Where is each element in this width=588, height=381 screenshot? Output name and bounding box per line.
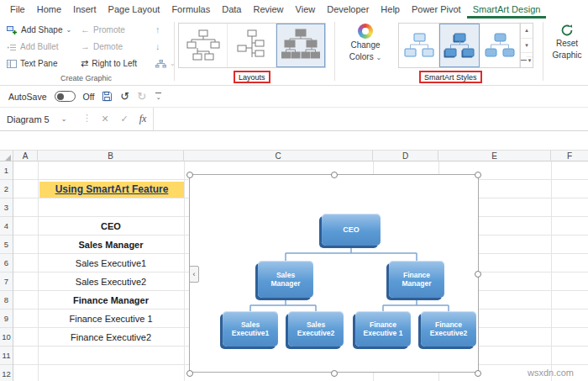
undo-button[interactable]: ↺ (120, 91, 129, 102)
tab-page-layout[interactable]: Page Layout (102, 0, 166, 19)
promote-button[interactable]: ← Promote (81, 23, 137, 37)
tab-file[interactable]: File (0, 0, 31, 19)
row-header-2[interactable]: 2 (0, 180, 13, 198)
gallery-scroll-arrows: ▴ ▾ ▾ (520, 24, 533, 67)
text-pane-button[interactable]: Text Pane (7, 56, 71, 71)
save-icon[interactable] (102, 91, 113, 102)
tab-developer[interactable]: Developer (321, 0, 375, 19)
row-header-3[interactable]: 3 (0, 198, 13, 217)
smartart-canvas[interactable]: CEO Sales Manager Finance Manager Sales … (189, 174, 479, 373)
cell-b10-finance-executive2[interactable]: Finance Executive2 (38, 328, 184, 347)
worksheet-title-cell[interactable]: Using SmartArt Feature (39, 182, 184, 198)
tab-formulas[interactable]: Formulas (165, 0, 216, 19)
node-finance-executive2[interactable]: Finance Executive2 (421, 311, 476, 347)
cell-b8-finance-manager[interactable]: Finance Manager (38, 291, 184, 310)
autosave-toggle[interactable] (55, 91, 76, 102)
customize-qat-button[interactable]: ⌄ (154, 93, 163, 100)
promote-label: Promote (93, 25, 125, 34)
tab-review[interactable]: Review (247, 0, 289, 19)
demote-icon: → (81, 42, 90, 51)
column-header-b[interactable]: B (38, 151, 184, 161)
row-header-9[interactable]: 9 (0, 310, 13, 328)
node-sales-executive1[interactable]: Sales Executive1 (223, 311, 278, 347)
add-shape-icon (7, 25, 18, 35)
add-shape-button[interactable]: Add Shape ⌄ (7, 23, 71, 37)
node-sales-executive2[interactable]: Sales Executive2 (288, 311, 344, 347)
column-header-f[interactable]: F (551, 151, 588, 161)
node-finance-manager[interactable]: Finance Manager (389, 261, 444, 298)
style-thumbnail-1[interactable] (399, 24, 439, 67)
right-to-left-button[interactable]: ⇄ Right to Left (81, 56, 137, 71)
gallery-scroll-down-button[interactable]: ▾ (521, 38, 533, 53)
cell-b4-ceo[interactable]: CEO (38, 217, 184, 235)
row-header-1[interactable]: 1 (0, 161, 13, 180)
layout-thumbnail-1[interactable] (179, 24, 228, 67)
sheet-grid[interactable]: Using SmartArt Feature CEO Sales Manager… (13, 161, 588, 381)
formula-bar: Diagram 5 ⌄ ⋮ ✕ ✓ fx (0, 108, 588, 131)
gallery-scroll-up-button[interactable]: ▴ (521, 24, 533, 38)
change-colors-label-line2: Colors ⌄ (349, 52, 381, 62)
selection-handle-bottom-left[interactable] (186, 370, 193, 377)
group-divider (334, 22, 335, 81)
style-thumbnail-2-selected[interactable] (439, 24, 480, 67)
tab-power-pivot[interactable]: Power Pivot (406, 0, 467, 19)
tab-help[interactable]: Help (375, 0, 406, 19)
node-sales-manager[interactable]: Sales Manager (258, 261, 313, 298)
cell-b9-finance-executive1[interactable]: Finance Executive 1 (38, 310, 184, 328)
gridline (551, 161, 552, 381)
tab-data[interactable]: Data (216, 0, 247, 19)
row-header-11[interactable]: 11 (0, 347, 13, 365)
node-ceo[interactable]: CEO (322, 214, 381, 246)
enter-button[interactable]: ✓ (116, 108, 133, 130)
tab-view[interactable]: View (290, 0, 322, 19)
selection-handle-top-right[interactable] (475, 172, 481, 178)
layout-thumbnail-2[interactable] (228, 24, 276, 67)
add-bullet-button[interactable]: Add Bullet (7, 40, 71, 54)
name-box-resize-handle[interactable]: ⋮ (82, 113, 92, 124)
selection-handle-right-center[interactable] (475, 271, 481, 278)
row-header-4[interactable]: 4 (0, 217, 13, 235)
select-all-button[interactable] (0, 151, 13, 161)
layout-thumbnail-3-selected[interactable] (276, 24, 325, 67)
move-down-button[interactable]: ↓ (155, 40, 176, 54)
gallery-more-button[interactable]: ▾ (521, 52, 533, 67)
row-header-7[interactable]: 7 (0, 273, 13, 291)
tab-home[interactable]: Home (31, 0, 67, 19)
text-pane-toggle-button[interactable]: ‹ (189, 266, 199, 283)
cell-b6-sales-executive1[interactable]: Sales Executive1 (38, 254, 184, 273)
row-header-8[interactable]: 8 (0, 291, 13, 310)
move-up-button[interactable]: ↑ (155, 23, 176, 37)
row-header-10[interactable]: 10 (0, 328, 13, 347)
layout-dropdown-button[interactable]: ⌄ (155, 56, 176, 71)
cell-b7-sales-executive2[interactable]: Sales Executive2 (38, 273, 184, 291)
move-down-icon: ↓ (155, 42, 160, 51)
reset-graphic-button[interactable]: Reset Graphic (546, 24, 588, 61)
column-header-c[interactable]: C (184, 151, 373, 161)
change-colors-button[interactable]: Change Colors ⌄ (338, 24, 393, 62)
text-pane-label: Text Pane (20, 59, 57, 68)
selection-handle-bottom-center[interactable] (331, 370, 338, 377)
selection-handle-top-center[interactable] (331, 172, 338, 178)
node-finance-executive1[interactable]: Finance Executive 1 (355, 311, 411, 347)
cancel-button[interactable]: ✕ (97, 108, 113, 130)
row-header-12[interactable]: 12 (0, 365, 13, 381)
selection-handle-top-left[interactable] (186, 172, 193, 178)
tab-insert[interactable]: Insert (67, 0, 102, 19)
style-thumbnail-3[interactable] (480, 24, 520, 67)
name-box[interactable]: Diagram 5 ⌄ (0, 108, 80, 130)
row-header-5[interactable]: 5 (0, 235, 13, 254)
column-header-d[interactable]: D (373, 151, 438, 161)
redo-button[interactable]: ↻ (137, 91, 146, 102)
row-header-6[interactable]: 6 (0, 254, 13, 273)
selection-handle-bottom-right[interactable] (475, 370, 481, 377)
name-box-dropdown-icon[interactable]: ⌄ (61, 116, 67, 123)
ribbon: Add Shape ⌄ Add Bullet Text Pane ← Promo… (0, 19, 588, 86)
insert-function-button[interactable]: fx (134, 108, 151, 130)
cell-b5-sales-manager[interactable]: Sales Manager (38, 235, 184, 254)
promote-icon: ← (81, 25, 90, 34)
column-header-e[interactable]: E (438, 151, 551, 161)
column-header-a[interactable]: A (13, 151, 38, 161)
tab-smartart-design[interactable]: SmartArt Design (467, 0, 547, 19)
demote-button[interactable]: → Demote (81, 40, 137, 54)
formula-input[interactable] (153, 108, 588, 130)
